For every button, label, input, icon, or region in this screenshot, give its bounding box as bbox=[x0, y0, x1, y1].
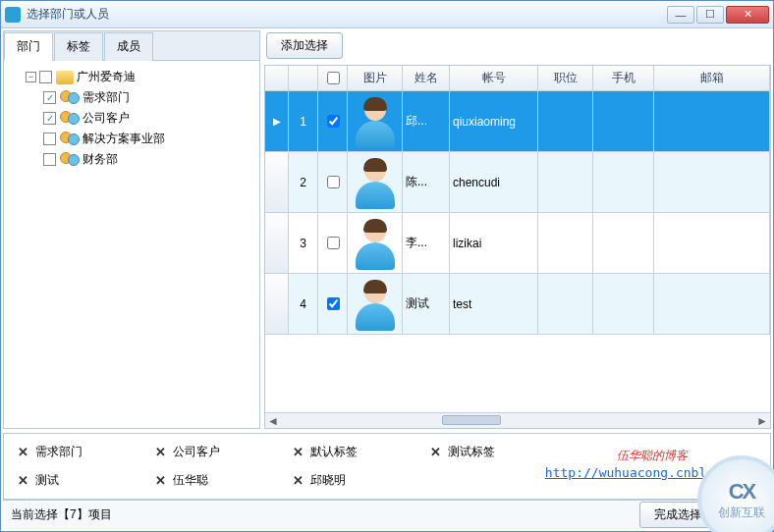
table-row[interactable]: 2陈...chencudi bbox=[265, 152, 770, 213]
selection-label: 测试标签 bbox=[448, 444, 495, 460]
col-name[interactable]: 姓名 bbox=[403, 66, 450, 90]
header-checkbox[interactable] bbox=[327, 72, 340, 84]
remove-icon[interactable]: ✕ bbox=[291, 446, 304, 459]
cell-check[interactable] bbox=[318, 274, 348, 334]
tree-node-label[interactable]: 需求部门 bbox=[83, 89, 130, 106]
row-checkbox[interactable] bbox=[327, 237, 340, 249]
col-check[interactable] bbox=[318, 66, 348, 90]
blog-link[interactable]: http://wuhuacong.cnblogs.com bbox=[545, 465, 760, 480]
col-mail[interactable]: 邮箱 bbox=[654, 66, 770, 90]
footer: 当前选择【7】项目 完成选择 清 bbox=[3, 500, 771, 529]
remove-icon[interactable]: ✕ bbox=[16, 474, 29, 488]
cell-name: 测试 bbox=[403, 274, 450, 334]
table-row[interactable]: 4测试test bbox=[265, 274, 770, 335]
add-selection-button[interactable]: 添加选择 bbox=[266, 32, 343, 59]
cell-position bbox=[538, 274, 593, 334]
cell-phone bbox=[593, 213, 654, 273]
col-phone[interactable]: 手机 bbox=[593, 66, 654, 90]
cell-index: 2 bbox=[289, 152, 318, 212]
tab-department[interactable]: 部门 bbox=[4, 32, 53, 61]
selection-label: 邱晓明 bbox=[310, 472, 346, 489]
close-button[interactable]: ✕ bbox=[726, 6, 769, 24]
finish-button[interactable]: 完成选择 bbox=[639, 502, 716, 528]
row-indicator bbox=[265, 213, 289, 273]
selection-item: ✕伍华聪 bbox=[153, 472, 291, 489]
tree-checkbox[interactable] bbox=[39, 71, 52, 83]
remove-icon[interactable]: ✕ bbox=[16, 446, 29, 459]
row-checkbox[interactable] bbox=[327, 115, 340, 128]
table-row[interactable]: ▶1邱...qiuxiaoming bbox=[265, 91, 770, 152]
group-icon bbox=[60, 152, 80, 168]
group-icon bbox=[60, 132, 80, 147]
tree-checkbox[interactable] bbox=[43, 133, 56, 145]
cell-account: test bbox=[450, 274, 538, 334]
table-row[interactable]: 3李...lizikai bbox=[265, 213, 770, 274]
row-indicator bbox=[265, 152, 289, 212]
cell-mail bbox=[654, 152, 770, 212]
grid-header: 图片 姓名 帐号 职位 手机 邮箱 bbox=[265, 66, 770, 91]
selection-panel: ✕需求部门✕公司客户✕默认标签✕测试标签✕测试✕伍华聪✕邱晓明 伍华聪的博客 h… bbox=[3, 433, 771, 500]
selection-label: 测试 bbox=[35, 472, 59, 489]
cell-index: 4 bbox=[289, 274, 318, 334]
cell-check[interactable] bbox=[318, 91, 348, 151]
cell-index: 1 bbox=[289, 91, 318, 151]
scroll-thumb[interactable] bbox=[442, 415, 501, 425]
cell-phone bbox=[593, 91, 654, 151]
selection-label: 默认标签 bbox=[310, 444, 358, 460]
cell-check[interactable] bbox=[318, 213, 348, 273]
col-account[interactable]: 帐号 bbox=[450, 66, 538, 90]
cell-account: chencudi bbox=[450, 152, 538, 212]
cell-name: 邱... bbox=[403, 91, 450, 151]
tabstrip: 部门 标签 成员 bbox=[4, 31, 259, 61]
tree-node-label[interactable]: 财务部 bbox=[83, 151, 118, 168]
cell-name: 陈... bbox=[403, 152, 450, 212]
blog-name: 伍华聪的博客 bbox=[545, 448, 760, 464]
cell-avatar bbox=[348, 91, 403, 151]
cell-phone bbox=[593, 274, 654, 334]
window-title: 选择部门或人员 bbox=[27, 6, 667, 23]
tree-node-label[interactable]: 公司客户 bbox=[83, 110, 130, 127]
col-rowheader bbox=[265, 66, 289, 90]
clear-button[interactable]: 清 bbox=[722, 502, 763, 528]
tree-checkbox[interactable] bbox=[43, 112, 56, 125]
tree-checkbox[interactable] bbox=[43, 153, 56, 166]
remove-icon[interactable]: ✕ bbox=[428, 446, 442, 459]
org-icon bbox=[56, 71, 74, 84]
maximize-button[interactable]: ☐ bbox=[696, 6, 724, 24]
tree-node-label[interactable]: 解决方案事业部 bbox=[83, 131, 165, 147]
cell-index: 3 bbox=[289, 213, 318, 273]
col-pic[interactable]: 图片 bbox=[348, 66, 403, 90]
selection-item: ✕测试 bbox=[16, 472, 153, 489]
selection-item: ✕需求部门 bbox=[16, 444, 153, 460]
selection-label: 需求部门 bbox=[35, 444, 83, 460]
cell-account: qiuxiaoming bbox=[450, 91, 538, 151]
tree-checkbox[interactable] bbox=[43, 91, 56, 104]
cell-position bbox=[538, 213, 593, 273]
scroll-left-arrow[interactable]: ◄ bbox=[265, 413, 281, 429]
minimize-button[interactable]: — bbox=[667, 6, 694, 24]
row-checkbox[interactable] bbox=[327, 176, 340, 188]
row-checkbox[interactable] bbox=[327, 297, 340, 310]
cell-avatar bbox=[348, 274, 403, 334]
scroll-right-arrow[interactable]: ► bbox=[754, 413, 770, 429]
group-icon bbox=[60, 111, 80, 127]
tree-toggle[interactable]: − bbox=[26, 72, 36, 82]
col-position[interactable]: 职位 bbox=[538, 66, 593, 90]
cell-name: 李... bbox=[403, 213, 450, 273]
selection-item: ✕公司客户 bbox=[153, 444, 291, 460]
dept-tree[interactable]: − 广州爱奇迪 需求部门 公司客户 解决方案事业部 财务部 bbox=[4, 61, 259, 428]
col-index bbox=[289, 66, 318, 90]
cell-position bbox=[538, 91, 593, 151]
remove-icon[interactable]: ✕ bbox=[291, 474, 304, 488]
horizontal-scrollbar[interactable]: ◄ ► bbox=[265, 412, 770, 428]
remove-icon[interactable]: ✕ bbox=[153, 474, 167, 488]
selection-label: 伍华聪 bbox=[173, 472, 208, 489]
tab-members[interactable]: 成员 bbox=[104, 32, 153, 61]
cell-mail bbox=[654, 274, 770, 334]
row-indicator bbox=[265, 274, 289, 334]
selection-label: 公司客户 bbox=[173, 444, 220, 460]
remove-icon[interactable]: ✕ bbox=[153, 446, 167, 459]
cell-avatar bbox=[348, 213, 403, 273]
cell-check[interactable] bbox=[318, 152, 348, 212]
tab-tags[interactable]: 标签 bbox=[54, 32, 103, 61]
